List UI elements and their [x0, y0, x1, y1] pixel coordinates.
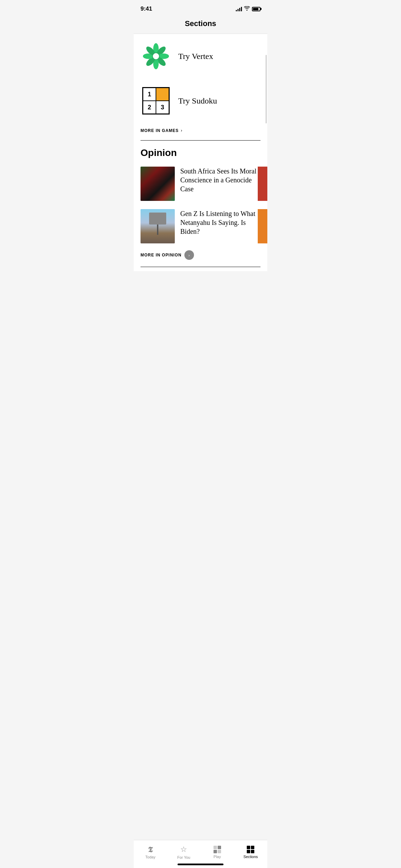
battery-icon — [252, 7, 260, 11]
sudoku-cell-4: 3 — [156, 101, 169, 114]
more-opinion-link[interactable]: MORE IN OPINION › — [134, 248, 267, 267]
article-genz[interactable]: Gen Z Is Listening to What Netanyahu Is … — [134, 205, 267, 248]
sudoku-cell-1: 1 — [143, 88, 156, 101]
protest-image — [141, 167, 175, 201]
status-icons — [236, 6, 260, 12]
more-games-link[interactable]: MORE IN GAMES › — [134, 123, 267, 140]
more-opinion-arrow: › — [184, 250, 194, 260]
right-peek-2 — [258, 209, 267, 243]
status-bar: 9:41 — [134, 0, 267, 16]
more-games-chevron: › — [181, 128, 182, 133]
article-title-2: Gen Z Is Listening to What Netanyahu Is … — [180, 210, 255, 235]
scroll-track — [266, 55, 267, 123]
article-sa-moral[interactable]: South Africa Sees Its Moral Conscience i… — [134, 162, 267, 205]
more-games-label: MORE IN GAMES — [141, 128, 179, 133]
page-header: Sections — [134, 16, 267, 34]
more-opinion-label: MORE IN OPINION — [141, 253, 182, 257]
opinion-header: Opinion — [134, 141, 267, 162]
status-time: 9:41 — [141, 5, 152, 12]
vertex-title: Try Vertex — [178, 52, 213, 61]
article-content-2: Gen Z Is Listening to What Netanyahu Is … — [180, 209, 260, 236]
world-section: World How Leaders and Diplomats Are Tryi… — [134, 267, 267, 271]
wifi-icon — [244, 6, 250, 12]
games-section: Try Vertex 1 2 3 Try Sudoku MORE IN GAME… — [134, 34, 267, 140]
article-thumb-protest — [141, 167, 175, 201]
svg-point-9 — [154, 55, 158, 58]
article-content-1: South Africa Sees Its Moral Conscience i… — [180, 167, 260, 193]
arrow-icon: › — [189, 252, 190, 258]
article-thumb-billboard — [141, 209, 175, 243]
sudoku-icon: 1 2 3 — [141, 85, 171, 116]
peek-image-2 — [258, 209, 267, 243]
world-header: World — [134, 267, 267, 271]
signal-icon — [236, 7, 242, 11]
sudoku-title: Try Sudoku — [178, 96, 217, 106]
article-title-1: South Africa Sees Its Moral Conscience i… — [180, 167, 256, 193]
peek-image-1 — [258, 167, 267, 201]
page-title: Sections — [141, 19, 260, 28]
scroll-content[interactable]: Try Vertex 1 2 3 Try Sudoku MORE IN GAME… — [134, 34, 267, 271]
vertex-icon — [141, 41, 171, 72]
opinion-section: Opinion South Africa Sees Its Moral Cons… — [134, 141, 267, 267]
billboard-image — [141, 209, 175, 243]
sudoku-item[interactable]: 1 2 3 Try Sudoku — [134, 79, 267, 123]
opinion-title: Opinion — [141, 147, 260, 158]
sudoku-cell-3: 2 — [143, 101, 156, 114]
sudoku-cell-2 — [156, 88, 169, 101]
vertex-item[interactable]: Try Vertex — [134, 34, 267, 79]
right-peek-1 — [258, 167, 267, 201]
